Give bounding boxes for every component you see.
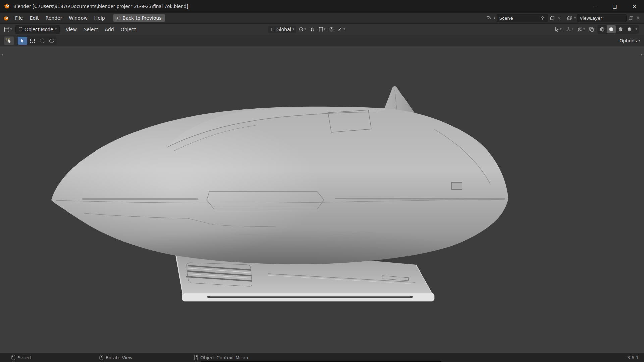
blender-version: 3.6.1 xyxy=(627,353,639,362)
falloff-chevron-icon: ▾ xyxy=(343,28,345,31)
status-bar: Select Rotate View Object Context Menu 3… xyxy=(0,353,644,362)
pivot-chevron-icon: ▾ xyxy=(304,28,306,31)
rendered-sphere-icon xyxy=(627,27,632,32)
window-title: Blender [C:\Users\91876\Documents\blende… xyxy=(13,4,189,9)
mode-chevron-icon: ▾ xyxy=(55,28,57,31)
toolbar-expand-icon[interactable]: › xyxy=(1,52,3,58)
blender-logo-icon xyxy=(4,3,10,10)
options-button[interactable]: Options ▾ xyxy=(619,38,640,43)
blender-window: Blender [C:\Users\91876\Documents\blende… xyxy=(0,0,644,362)
menu-file[interactable]: File xyxy=(12,13,26,23)
visibility-chevron-icon: ▾ xyxy=(560,28,562,31)
pivot-point-selector[interactable]: ▾ xyxy=(298,26,307,33)
menu-view[interactable]: View xyxy=(62,24,80,35)
menu-object[interactable]: Object xyxy=(117,24,140,35)
orientation-value: Global xyxy=(276,27,291,32)
scene-name-value: Scene xyxy=(499,16,540,21)
scene-icon xyxy=(486,15,492,21)
snap-settings-selector[interactable]: ▾ xyxy=(317,26,327,33)
shading-rendered-button[interactable] xyxy=(625,25,634,33)
keymap-rotate-view: Rotate View xyxy=(99,353,133,362)
shading-chevron-icon[interactable]: ▾ xyxy=(634,28,638,31)
menu-add[interactable]: Add xyxy=(102,24,117,35)
pivot-point-icon xyxy=(299,27,304,32)
viewport-3d[interactable]: › ‹ xyxy=(0,46,644,353)
select-mode-box-button[interactable] xyxy=(28,37,37,45)
gizmo-icon xyxy=(566,27,571,32)
options-label: Options xyxy=(619,38,637,43)
menu-render[interactable]: Render xyxy=(42,13,66,23)
shading-solid-button[interactable] xyxy=(607,25,616,33)
view-layer-name-value: ViewLayer xyxy=(580,16,624,21)
close-button[interactable]: × xyxy=(625,0,644,13)
mode-selector[interactable]: Object Mode ▾ xyxy=(15,25,60,34)
menu-edit[interactable]: Edit xyxy=(26,13,42,23)
xray-icon xyxy=(589,27,594,32)
object-mode-icon xyxy=(18,27,23,32)
browse-scene-chevron-icon[interactable]: ▾ xyxy=(494,17,495,20)
select-mode-circle-button[interactable] xyxy=(37,37,47,45)
selectability-visibility-selector[interactable]: ▾ xyxy=(553,26,563,33)
browse-viewlayer-chevron-icon[interactable]: ▾ xyxy=(574,17,576,20)
mouse-right-icon xyxy=(194,355,198,360)
falloff-curve-icon xyxy=(338,27,343,32)
sidebar-expand-icon[interactable]: ‹ xyxy=(641,52,643,58)
viewport-header-right: ▾ ▾ ▾ xyxy=(553,24,639,35)
select-mode-tweak-button[interactable] xyxy=(18,37,27,45)
active-tool-tweak-button[interactable] xyxy=(4,36,14,45)
material-sphere-icon xyxy=(618,27,623,32)
viewport-menus: View Select Add Object xyxy=(62,24,139,35)
box-select-icon xyxy=(30,39,35,43)
snap-target-icon xyxy=(318,27,323,32)
tweak-tool-icon xyxy=(6,38,12,43)
title-bar: Blender [C:\Users\91876\Documents\blende… xyxy=(0,0,644,13)
transform-orientation-selector[interactable]: Global ▾ xyxy=(268,26,296,33)
select-mode-group xyxy=(17,36,57,45)
select-mode-lasso-button[interactable] xyxy=(47,37,56,45)
keymap-select-label: Select xyxy=(18,355,32,360)
back-to-previous-label: Back to Previous xyxy=(123,15,162,21)
scene-name-field[interactable]: Scene xyxy=(497,14,548,22)
snap-toggle[interactable] xyxy=(309,26,316,33)
proportional-editing-toggle[interactable] xyxy=(328,26,335,33)
editor-3d-viewport-icon xyxy=(4,27,9,32)
mouse-left-icon xyxy=(11,355,15,360)
3d-model-spaceship[interactable] xyxy=(0,46,644,353)
scene-viewlayer-controls: ▾ Scene × xyxy=(486,14,641,22)
lasso-select-icon xyxy=(49,39,54,43)
circle-select-icon xyxy=(40,39,44,43)
menu-help[interactable]: Help xyxy=(91,13,108,23)
mouse-middle-icon xyxy=(99,355,103,360)
blender-icon xyxy=(3,15,9,21)
keymap-rotate-view-label: Rotate View xyxy=(106,355,133,360)
viewport-header: ▾ Object Mode ▾ View Select Add Object xyxy=(0,24,644,35)
menu-select[interactable]: Select xyxy=(80,24,101,35)
keymap-select: Select xyxy=(11,353,32,362)
menu-window[interactable]: Window xyxy=(65,13,91,23)
back-to-previous-button[interactable]: Back to Previous xyxy=(113,14,165,22)
back-arrow-icon xyxy=(115,15,121,21)
editor-type-selector[interactable]: ▾ xyxy=(3,26,13,33)
shading-material-button[interactable] xyxy=(616,25,625,33)
blender-app-menu-button[interactable] xyxy=(0,13,12,23)
proportional-falloff-selector[interactable]: ▾ xyxy=(337,26,346,33)
gizmos-toggle[interactable]: ▾ xyxy=(565,26,574,33)
overlays-icon xyxy=(578,27,583,32)
maximize-button[interactable]: □ xyxy=(605,0,625,13)
minimize-button[interactable]: – xyxy=(586,0,605,13)
orientation-chevron-icon: ▾ xyxy=(293,28,294,31)
remove-view-layer-icon[interactable]: × xyxy=(635,15,641,21)
overlays-toggle[interactable]: ▾ xyxy=(577,26,586,33)
xray-toggle[interactable] xyxy=(588,26,595,33)
snap-magnet-icon xyxy=(310,27,315,32)
pin-scene-icon[interactable] xyxy=(540,15,545,21)
new-view-layer-icon[interactable] xyxy=(628,15,634,21)
editor-type-chevron-icon: ▾ xyxy=(10,28,12,31)
viewport-shading-group: ▾ xyxy=(597,25,639,34)
shading-wireframe-button[interactable] xyxy=(598,25,607,33)
proportional-editing-icon xyxy=(329,27,334,32)
view-layer-name-field[interactable]: ViewLayer xyxy=(577,14,627,22)
orientation-axes-icon xyxy=(270,27,275,32)
unlink-scene-icon[interactable]: × xyxy=(557,15,562,21)
new-scene-icon[interactable] xyxy=(549,15,555,21)
